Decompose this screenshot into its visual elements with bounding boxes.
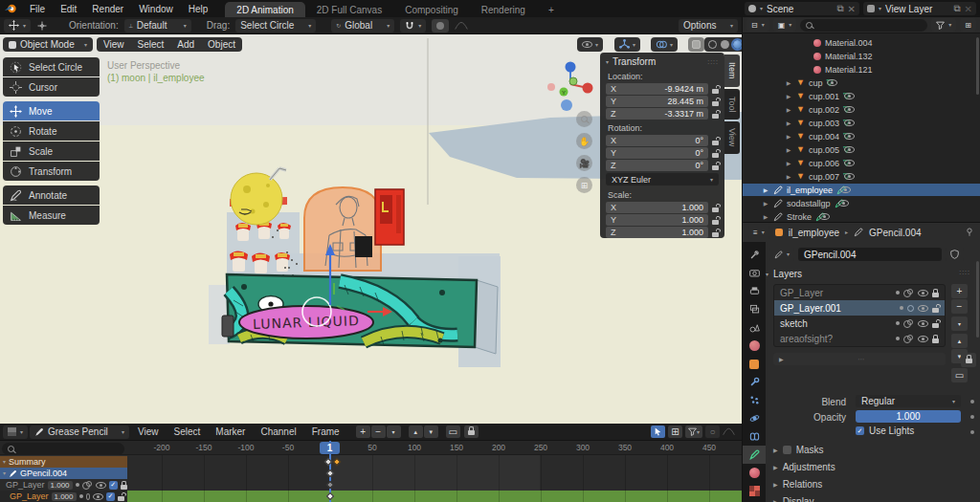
layer-opacity-field[interactable]: 1.000: [48, 481, 73, 490]
outliner-row-gpencil[interactable]: ▶sodastallgp: [743, 197, 980, 209]
unlock-icon[interactable]: [932, 308, 939, 313]
eye-icon[interactable]: [827, 79, 837, 86]
outliner-row-mesh[interactable]: ▶▼cup.001▽: [743, 90, 980, 102]
layer-opacity-field[interactable]: 1.000: [52, 492, 77, 501]
dopesheet-mode-dropdown[interactable]: Grease Pencil ▾: [30, 426, 129, 439]
gpencil-data-dropdown[interactable]: ▾: [769, 248, 794, 261]
lock-icon[interactable]: [932, 338, 939, 343]
pivot-dropdown[interactable]: ↻ Global ▾: [331, 19, 394, 33]
layer-specials-dropdown[interactable]: ▾: [951, 316, 968, 331]
outliner-filter-id-dropdown[interactable]: ▣▾: [773, 18, 797, 32]
new-view-layer-icon[interactable]: ⧉: [953, 3, 960, 14]
expand-icon[interactable]: ▶: [762, 186, 769, 193]
move-layer-up-button[interactable]: ▲: [951, 334, 968, 348]
tab-output[interactable]: [743, 282, 766, 300]
outliner-row-mesh[interactable]: ▶▼cup.003▽: [743, 117, 980, 129]
unlock-icon[interactable]: [712, 207, 719, 212]
location-x-field[interactable]: X-9.9424 m: [606, 83, 708, 95]
onion-skin-off-icon[interactable]: [907, 305, 914, 312]
new-collection-button[interactable]: ⊞: [960, 18, 976, 32]
properties-context-dropdown[interactable]: ≡▾: [748, 226, 769, 239]
axis-x-handle[interactable]: [583, 83, 593, 94]
unlock-icon[interactable]: [712, 114, 719, 119]
channel-summary[interactable]: ▾ Summary: [0, 456, 127, 468]
menu-help[interactable]: Help: [181, 0, 216, 17]
rotation-x-field[interactable]: X0°: [606, 135, 708, 146]
sidebar-tab-tool[interactable]: Tool: [724, 89, 740, 120]
eye-icon[interactable]: [844, 133, 855, 140]
eye-icon[interactable]: [844, 160, 855, 166]
breadcrumb-data[interactable]: GPencil.004: [869, 228, 921, 238]
active-tool-button[interactable]: ▾: [4, 19, 31, 33]
outliner-search-field[interactable]: [800, 19, 927, 32]
tool-rotate[interactable]: Rotate: [3, 121, 100, 141]
close-icon[interactable]: ✕: [848, 4, 856, 14]
ortho-toggle-button[interactable]: ⊞: [576, 177, 592, 193]
jump-up-button[interactable]: ▲: [409, 426, 423, 438]
checkbox-icon[interactable]: ✓: [856, 426, 864, 435]
expand-icon[interactable]: ▶: [785, 173, 792, 180]
tab-scene[interactable]: [743, 318, 766, 337]
tab-constraints[interactable]: [743, 427, 766, 446]
panel-drag-handle[interactable]: ::::: [959, 269, 970, 275]
expand-icon[interactable]: ▶: [785, 79, 792, 86]
unlock-icon[interactable]: [712, 89, 719, 94]
tool-move[interactable]: Move: [3, 101, 100, 120]
location-z-field[interactable]: Z-3.3317 m: [606, 108, 708, 120]
view-layer-selector[interactable]: ▾ View Layer ⧉ ✕: [863, 2, 976, 15]
menu-edit[interactable]: Edit: [53, 0, 84, 17]
scale-y-field[interactable]: Y1.000: [606, 214, 708, 226]
menu-file[interactable]: File: [22, 0, 53, 17]
eye-icon[interactable]: [838, 200, 849, 207]
animate-dot[interactable]: [970, 415, 974, 419]
unlock-icon[interactable]: [712, 153, 719, 158]
eye-icon[interactable]: [844, 106, 855, 113]
dot-icon[interactable]: [896, 321, 900, 325]
menu-object[interactable]: Object: [201, 39, 242, 50]
tool-scale[interactable]: Scale: [3, 142, 100, 161]
unlock-icon[interactable]: [118, 496, 124, 501]
outliner-row-material[interactable]: Material.121: [743, 63, 980, 76]
eye-icon[interactable]: [840, 186, 851, 193]
animate-dot[interactable]: [970, 430, 974, 434]
eye-icon[interactable]: [844, 146, 855, 153]
scrollbar[interactable]: [976, 261, 979, 338]
opacity-slider[interactable]: 1.000: [856, 410, 961, 423]
proportional-edit-toggle[interactable]: [432, 19, 449, 33]
gizmos-dropdown[interactable]: ▾: [614, 37, 640, 52]
tab-render[interactable]: [743, 264, 766, 282]
outliner-row-material[interactable]: Material.132: [743, 50, 980, 62]
proportional-edit-icon[interactable]: ○: [705, 426, 720, 438]
channel-gpencil[interactable]: ▾ GPencil.004: [0, 468, 127, 479]
screen-button[interactable]: ▭: [951, 368, 968, 382]
scale-z-field[interactable]: Z1.000: [606, 227, 708, 238]
onion-skin-icon[interactable]: [903, 335, 914, 342]
channel-gp-layer-2[interactable]: GP_Layer 1.000 ✓: [0, 491, 127, 502]
outliner-row-mesh[interactable]: ▶▼cup.002▽: [743, 103, 980, 116]
visibility-dropdown[interactable]: ▾: [577, 37, 603, 52]
expand-icon[interactable]: ▶: [785, 93, 792, 99]
add-workspace-button[interactable]: +: [537, 2, 566, 17]
add-layer-button[interactable]: +: [951, 284, 968, 298]
layer-row[interactable]: areaofsight?: [774, 331, 945, 346]
outliner-row-gpencil-selected[interactable]: ▶il_employee: [743, 184, 980, 196]
outliner-row-mesh[interactable]: ▶▼cup.005▽: [743, 143, 980, 156]
editor-type-button[interactable]: ▾: [3, 426, 28, 439]
eye-icon[interactable]: [918, 305, 928, 312]
outliner-filter-button[interactable]: ▾: [931, 18, 956, 32]
panel-relations[interactable]: ▶ Relations: [773, 479, 822, 490]
scene-selector[interactable]: ▾ Scene ⧉ ✕: [745, 2, 859, 15]
pin-icon[interactable]: [965, 228, 974, 237]
unlock-icon[interactable]: [712, 165, 719, 170]
menu-select[interactable]: Select: [167, 426, 208, 437]
tab-world[interactable]: [743, 337, 766, 355]
drag-handle-icon[interactable]: ::::: [707, 58, 719, 65]
animate-dot[interactable]: [970, 400, 974, 404]
outliner-row-material[interactable]: Material.004: [743, 36, 980, 49]
tool-annotate[interactable]: Annotate: [3, 186, 100, 205]
breadcrumb-object[interactable]: il_employee: [789, 228, 839, 238]
panel-display[interactable]: ▶ Display: [773, 496, 813, 502]
lock-icon[interactable]: [121, 485, 127, 490]
workspace-tab-2d-full-canvas[interactable]: 2D Full Canvas: [305, 2, 393, 17]
blend-dropdown[interactable]: Regular ▾: [856, 395, 961, 407]
